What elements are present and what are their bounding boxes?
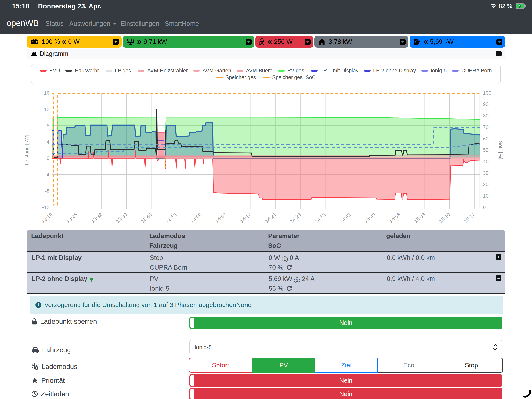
svg-text:14:42: 14:42: [338, 212, 352, 224]
svg-text:80: 80: [483, 113, 488, 119]
svg-text:14:00: 14:00: [189, 212, 203, 224]
svg-text:15:17: 15:17: [463, 212, 476, 224]
svg-text:12: 12: [44, 106, 50, 112]
svg-text:50: 50: [483, 147, 488, 153]
svg-text:13:25: 13:25: [65, 212, 78, 224]
svg-text:10: 10: [483, 193, 488, 199]
svg-text:100: 100: [483, 90, 491, 96]
svg-text:4: 4: [47, 139, 50, 145]
svg-text:13:18: 13:18: [40, 212, 54, 224]
svg-text:-12: -12: [42, 204, 50, 210]
svg-text:14:07: 14:07: [214, 212, 228, 224]
svg-text:14:35: 14:35: [314, 212, 327, 224]
svg-text:13:32: 13:32: [90, 212, 103, 224]
svg-text:40: 40: [483, 159, 488, 164]
svg-text:15:10: 15:10: [438, 212, 451, 224]
svg-text:0: 0: [483, 204, 486, 210]
svg-text:SoC [%]: SoC [%]: [498, 141, 504, 159]
svg-text:16: 16: [44, 90, 50, 96]
svg-text:15:03: 15:03: [413, 212, 426, 224]
svg-text:14:56: 14:56: [388, 212, 402, 224]
svg-text:8: 8: [47, 123, 50, 129]
svg-text:90: 90: [483, 101, 488, 107]
svg-text:14:28: 14:28: [289, 212, 302, 224]
svg-text:Leistung [kW]: Leistung [kW]: [24, 135, 30, 165]
svg-text:-8: -8: [45, 188, 50, 194]
svg-text:13:53: 13:53: [165, 212, 178, 224]
svg-text:70: 70: [483, 124, 488, 130]
svg-text:13:46: 13:46: [140, 212, 153, 224]
svg-text:0: 0: [47, 155, 50, 161]
svg-text:-4: -4: [45, 172, 50, 178]
svg-text:20: 20: [483, 181, 488, 187]
svg-text:13:39: 13:39: [115, 212, 128, 224]
svg-text:60: 60: [483, 136, 488, 142]
svg-text:14:21: 14:21: [264, 212, 277, 224]
svg-text:14:14: 14:14: [239, 212, 252, 224]
svg-text:14:49: 14:49: [363, 212, 377, 224]
svg-text:30: 30: [483, 170, 488, 176]
